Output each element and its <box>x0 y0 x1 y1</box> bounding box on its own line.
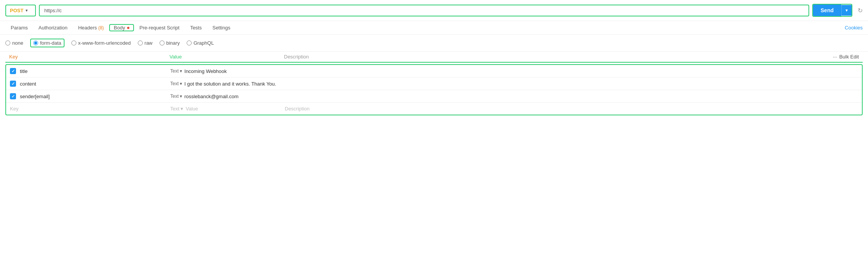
key-text[interactable]: title <box>20 68 27 74</box>
tab-pre-request-script[interactable]: Pre-request Script <box>134 21 185 34</box>
row-checkbox[interactable]: ✓ <box>10 93 16 99</box>
checkmark-icon: ✓ <box>11 69 15 74</box>
empty-key-placeholder[interactable]: Key <box>10 106 170 112</box>
method-label: POST <box>10 8 23 13</box>
url-input[interactable] <box>44 8 804 13</box>
top-bar: POST ▾ Send ▾ ↻ <box>0 0 868 21</box>
key-text[interactable]: content <box>20 81 36 87</box>
body-dot <box>127 27 129 29</box>
chevron-down-icon: ▾ <box>180 81 182 86</box>
body-table: Key Value Description ··· Bulk Edit ✓ ti… <box>0 52 868 115</box>
tab-headers[interactable]: Headers (8) <box>73 21 109 34</box>
method-select[interactable]: POST ▾ <box>5 5 36 16</box>
value-text[interactable]: I got the solution and it works. Thank Y… <box>184 81 276 87</box>
row-key-cell: ✓ title <box>10 68 170 74</box>
refresh-icon[interactable]: ↻ <box>858 7 863 14</box>
row-value-cell: Text ▾ Incoming Webhook <box>170 68 285 74</box>
value-text[interactable]: Incoming Webhook <box>184 68 227 74</box>
chevron-down-icon: ▾ <box>180 68 182 74</box>
option-form-data[interactable]: form-data <box>30 39 65 47</box>
row-checkbox[interactable]: ✓ <box>10 68 16 74</box>
col-desc-header: Description <box>284 54 833 60</box>
row-value-cell: Text ▾ rosslebanck@gmail.com <box>170 94 285 99</box>
checkmark-icon: ✓ <box>11 81 15 86</box>
col-value-header: Value <box>169 54 284 60</box>
option-raw[interactable]: raw <box>138 40 153 46</box>
send-button-group: Send ▾ <box>812 4 852 17</box>
option-graphql[interactable]: GraphQL <box>187 40 214 46</box>
checkmark-icon: ✓ <box>11 94 15 99</box>
chevron-down-icon: ▾ <box>181 106 183 112</box>
type-select[interactable]: Text ▾ <box>170 68 182 74</box>
empty-value-cell: Text ▾ Value <box>170 106 285 112</box>
bulk-edit-button[interactable]: ··· Bulk Edit <box>833 54 859 60</box>
option-none[interactable]: none <box>5 40 23 46</box>
row-key-cell: ✓ sender[email] <box>10 93 170 99</box>
send-button[interactable]: Send <box>813 5 841 16</box>
tab-settings[interactable]: Settings <box>207 21 236 34</box>
key-text[interactable]: sender[email] <box>20 94 50 99</box>
headers-badge: (8) <box>98 25 104 31</box>
body-options: none form-data x-www-form-urlencoded raw… <box>0 35 868 52</box>
row-key-cell: ✓ content <box>10 81 170 87</box>
chevron-down-icon: ▾ <box>26 8 28 13</box>
tab-tests[interactable]: Tests <box>185 21 207 34</box>
url-input-wrapper <box>39 5 809 16</box>
table-header: Key Value Description ··· Bulk Edit <box>5 52 863 63</box>
col-key-header: Key <box>9 54 169 60</box>
table-row: ✓ sender[email] Text ▾ rosslebanck@gmail… <box>6 90 862 103</box>
table-row: ✓ content Text ▾ I got the solution and … <box>6 78 862 90</box>
table-empty-row: Key Text ▾ Value Description <box>6 103 862 115</box>
empty-type-placeholder: Text ▾ <box>170 106 183 112</box>
row-checkbox[interactable]: ✓ <box>10 81 16 87</box>
empty-desc-placeholder: Description <box>285 106 858 112</box>
tab-body[interactable]: Body <box>109 24 134 31</box>
tabs-bar: Params Authorization Headers (8) Body Pr… <box>0 21 868 35</box>
chevron-down-icon: ▾ <box>180 94 182 99</box>
send-dropdown-button[interactable]: ▾ <box>841 5 852 16</box>
type-select[interactable]: Text ▾ <box>170 81 182 86</box>
row-value-cell: Text ▾ I got the solution and it works. … <box>170 81 285 87</box>
option-urlencoded[interactable]: x-www-form-urlencoded <box>71 40 131 46</box>
tab-authorization[interactable]: Authorization <box>33 21 73 34</box>
empty-value-placeholder[interactable]: Value <box>186 106 198 112</box>
type-select[interactable]: Text ▾ <box>170 94 182 99</box>
value-text[interactable]: rosslebanck@gmail.com <box>184 94 239 99</box>
tab-params[interactable]: Params <box>5 21 33 34</box>
rows-container: ✓ title Text ▾ Incoming Webhook ✓ conten… <box>5 64 863 115</box>
option-binary[interactable]: binary <box>160 40 180 46</box>
table-row: ✓ title Text ▾ Incoming Webhook <box>6 65 862 78</box>
cookies-link[interactable]: Cookies <box>845 25 863 31</box>
